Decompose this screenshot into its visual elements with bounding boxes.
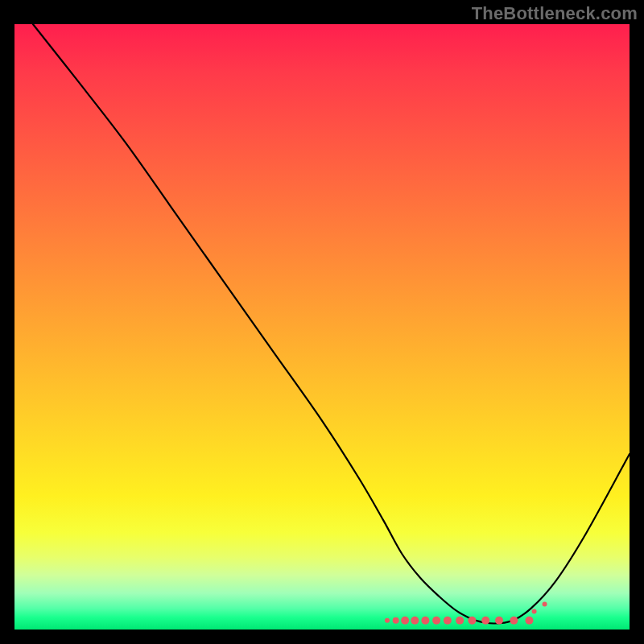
marker-dot — [532, 609, 537, 613]
marker-dot — [456, 617, 464, 625]
bottleneck-curve — [33, 24, 630, 623]
marker-dot — [495, 617, 503, 625]
marker-dot — [525, 617, 533, 625]
marker-dot — [468, 617, 476, 625]
curve-svg — [14, 24, 630, 630]
optimal-zone-markers — [385, 601, 547, 624]
marker-dot — [421, 617, 429, 625]
marker-dot — [432, 617, 440, 625]
plot-area — [14, 24, 630, 630]
chart-container: TheBottleneck.com — [0, 0, 644, 644]
marker-dot — [385, 618, 390, 623]
marker-dot — [510, 617, 518, 625]
marker-dot — [481, 617, 489, 625]
marker-dot — [444, 617, 452, 625]
marker-dot — [411, 617, 419, 625]
watermark-text: TheBottleneck.com — [472, 3, 638, 24]
marker-dot — [543, 601, 547, 606]
marker-dot — [401, 617, 409, 625]
marker-dot — [393, 617, 399, 624]
